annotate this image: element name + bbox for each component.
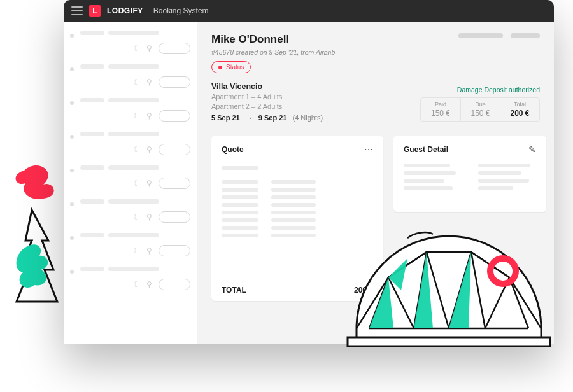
moon-icon: ☾ <box>133 111 140 120</box>
guest-detail-title: Guest Detail <box>404 145 528 154</box>
list-item[interactable]: ☾⚲ <box>70 29 190 63</box>
person-icon: ⚲ <box>146 111 152 120</box>
booking-list-sidebar: ☾⚲ ☾⚲ ☾⚲ ☾⚲ ☾⚲ ☾⚲ <box>64 22 197 344</box>
apartment-1: Apartment 1 – 4 Adults <box>211 93 420 101</box>
booking-meta: #45678 created on 9 Sep '21, from Airbnb <box>211 48 458 56</box>
logo-icon: L <box>89 5 101 17</box>
svg-rect-0 <box>348 337 550 346</box>
person-icon: ⚲ <box>146 145 152 154</box>
moon-icon: ☾ <box>133 246 140 255</box>
person-icon: ⚲ <box>146 179 152 188</box>
person-icon: ⚲ <box>146 280 152 289</box>
list-item[interactable]: ☾⚲ <box>70 97 190 130</box>
moon-icon: ☾ <box>133 145 140 154</box>
guest-skeleton-lines <box>404 164 536 190</box>
moon-icon: ☾ <box>133 213 140 221</box>
more-icon[interactable]: ⋯ <box>364 144 373 155</box>
section-name: Booking System <box>153 6 209 15</box>
decor-dome <box>344 195 554 360</box>
row-action-button[interactable] <box>159 110 190 122</box>
paid-cell: Paid 150 € <box>421 98 460 121</box>
status-dot-icon <box>218 66 222 69</box>
header-skeleton-actions <box>458 33 540 38</box>
decor-tree <box>13 165 64 312</box>
row-action-button[interactable] <box>159 211 190 223</box>
row-action-button[interactable] <box>159 178 190 189</box>
list-item[interactable]: ☾⚲ <box>70 164 190 198</box>
list-item[interactable]: ☾⚲ <box>70 265 190 299</box>
titlebar: L LODGIFY Booking System <box>64 0 554 22</box>
damage-deposit-label: Damage Deposit authorized <box>420 86 540 94</box>
list-item[interactable]: ☾⚲ <box>70 130 190 164</box>
list-item[interactable]: ☾⚲ <box>70 232 190 265</box>
property-name: Villa Vicencio <box>211 82 420 91</box>
menu-icon[interactable] <box>71 6 83 15</box>
quote-title: Quote <box>222 145 364 154</box>
person-icon: ⚲ <box>146 44 152 53</box>
row-action-button[interactable] <box>159 43 190 54</box>
due-cell: Due 150 € <box>460 98 500 121</box>
person-icon: ⚲ <box>146 246 152 255</box>
row-action-button[interactable] <box>159 76 190 88</box>
list-item[interactable]: ☾⚲ <box>70 63 190 97</box>
payment-summary: Paid 150 € Due 150 € Total 200 € <box>420 97 540 122</box>
person-icon: ⚲ <box>146 213 152 221</box>
row-action-button[interactable] <box>159 144 190 155</box>
row-action-button[interactable] <box>159 279 190 290</box>
apartment-2: Apartment 2 – 2 Adults <box>211 102 420 110</box>
person-icon: ⚲ <box>146 78 152 87</box>
date-from: 5 Sep 21 <box>211 114 240 122</box>
brand-name: LODGIFY <box>107 6 143 15</box>
status-label: Status <box>226 64 244 71</box>
edit-icon[interactable]: ✎ <box>528 144 536 155</box>
row-action-button[interactable] <box>159 245 190 256</box>
guest-name: Mike O'Donnell <box>211 33 458 46</box>
moon-icon: ☾ <box>133 78 140 87</box>
date-range: 5 Sep 21 → 9 Sep 21 (4 Nights) <box>211 114 420 122</box>
arrow-right-icon: → <box>246 114 253 122</box>
list-item[interactable]: ☾⚲ <box>70 198 190 232</box>
status-chip[interactable]: Status <box>211 61 251 73</box>
date-to: 9 Sep 21 <box>258 114 287 122</box>
total-cell: Total 200 € <box>500 98 539 121</box>
moon-icon: ☾ <box>133 280 140 289</box>
quote-total-label: TOTAL <box>222 286 246 295</box>
moon-icon: ☾ <box>133 44 140 53</box>
moon-icon: ☾ <box>133 179 140 188</box>
nights-label: (4 Nights) <box>292 114 323 122</box>
